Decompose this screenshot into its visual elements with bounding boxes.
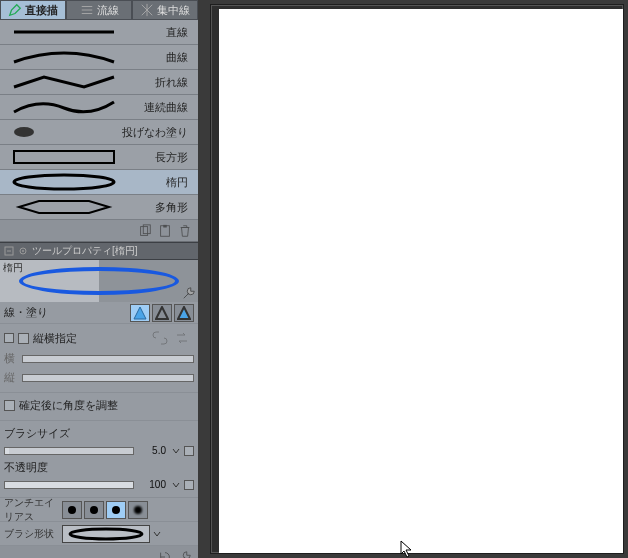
svg-rect-8 (14, 151, 114, 163)
tool-ellipse[interactable]: 楕円 (0, 170, 198, 195)
tab-label: 流線 (97, 3, 119, 18)
tab-focus-lines[interactable]: 集中線 (132, 0, 198, 20)
property-header-label: ツールプロパティ[楕円] (32, 244, 138, 258)
tool-polyline[interactable]: 折れ線 (0, 70, 198, 95)
brush-size-dynamics[interactable] (184, 446, 194, 456)
fill-mode-stroke[interactable] (152, 304, 172, 322)
svg-point-18 (22, 250, 24, 252)
brush-shape-label: ブラシ形状 (4, 527, 62, 541)
tool-lasso-fill[interactable]: 投げなわ塗り (0, 120, 198, 145)
wrench-icon[interactable] (182, 286, 196, 300)
svg-line-2 (142, 10, 147, 15)
brush-size-label: ブラシサイズ (4, 426, 70, 441)
trash-icon[interactable] (178, 224, 192, 238)
fill-mode-both[interactable] (174, 304, 194, 322)
subtool-actions (0, 220, 198, 242)
opacity-slider[interactable] (4, 481, 134, 489)
canvas-frame (210, 4, 624, 554)
reset-icon[interactable] (158, 550, 172, 559)
height-slider (22, 374, 194, 382)
svg-line-3 (147, 10, 152, 15)
width-slider (22, 355, 194, 363)
svg-point-20 (90, 506, 98, 514)
fill-mode-outline[interactable] (130, 304, 150, 322)
property-footer-actions (0, 546, 198, 558)
antialias-weak[interactable] (84, 501, 104, 519)
curve-icon (6, 48, 121, 66)
line-fill-label: 線・塗り (4, 305, 130, 320)
line-icon (6, 23, 121, 41)
brush-size-value[interactable]: 5.0 (138, 445, 168, 456)
antialias-strong[interactable] (128, 501, 148, 519)
gear-icon[interactable] (18, 246, 28, 256)
collapse-icon (4, 246, 14, 256)
chevron-down-icon[interactable] (172, 446, 180, 456)
tool-polygon[interactable]: 多角形 (0, 195, 198, 220)
svg-point-23 (70, 529, 142, 539)
tool-rectangle[interactable]: 長方形 (0, 145, 198, 170)
preview-ellipse-icon (19, 267, 179, 295)
opacity-value[interactable]: 100 (138, 479, 168, 490)
opacity-label: 不透明度 (4, 460, 48, 475)
tool-label: 折れ線 (121, 75, 194, 90)
polyline-icon (6, 73, 121, 91)
tab-label: 直接描 (25, 3, 58, 18)
tool-label: 曲線 (121, 50, 194, 65)
tool-label: 長方形 (121, 150, 194, 165)
chevron-down-icon[interactable] (152, 529, 162, 539)
brush-shape-preview[interactable] (62, 525, 150, 543)
svg-point-9 (14, 175, 114, 189)
tool-preview: 楕円 (0, 260, 198, 302)
rectangle-icon (6, 148, 121, 166)
wrench-icon[interactable] (178, 550, 192, 559)
brush-shape-row: ブラシ形状 (0, 522, 198, 546)
svg-point-22 (134, 506, 142, 514)
line-fill-row: 線・塗り (0, 302, 198, 324)
tab-direct-draw[interactable]: 直接描 (0, 0, 66, 20)
tool-label: 投げなわ塗り (121, 125, 194, 140)
height-label: 縦 (4, 370, 18, 385)
preview-title: 楕円 (3, 261, 23, 275)
tool-label: 連続曲線 (121, 100, 194, 115)
tool-label: 楕円 (121, 175, 194, 190)
continuous-curve-icon (6, 98, 121, 116)
tool-label: 直線 (121, 25, 194, 40)
cursor-icon (400, 540, 414, 558)
antialias-none[interactable] (62, 501, 82, 519)
fix-angle-checkbox[interactable] (4, 400, 15, 411)
svg-line-0 (142, 5, 147, 10)
copy-icon[interactable] (138, 224, 152, 238)
tool-continuous-curve[interactable]: 連続曲線 (0, 95, 198, 120)
chevron-down-icon[interactable] (172, 480, 180, 490)
polygon-icon (6, 198, 121, 216)
link-icon[interactable] (152, 331, 168, 345)
tab-stream-lines[interactable]: 流線 (66, 0, 132, 20)
expander[interactable] (4, 333, 14, 343)
swap-icon[interactable] (174, 331, 190, 345)
subtool-list: 直線 曲線 折れ線 連続曲線 投げなわ塗り 長方形 楕円 多角形 (0, 20, 198, 220)
aspect-lock-label: 縦横指定 (33, 331, 77, 346)
fix-angle-label: 確定後に角度を調整 (19, 398, 118, 413)
pencil-icon (8, 3, 22, 17)
antialias-medium[interactable] (106, 501, 126, 519)
ellipse-icon (6, 173, 121, 191)
stream-icon (80, 3, 94, 17)
svg-rect-14 (163, 224, 167, 227)
svg-point-7 (14, 127, 34, 137)
tab-label: 集中線 (157, 3, 190, 18)
brush-size-slider[interactable] (4, 447, 134, 455)
svg-marker-10 (19, 201, 109, 213)
burst-icon (140, 3, 154, 17)
canvas[interactable] (219, 9, 623, 553)
width-label: 横 (4, 351, 18, 366)
svg-point-19 (68, 506, 76, 514)
tool-category-tabs: 直接描 流線 集中線 (0, 0, 198, 20)
aspect-lock-checkbox[interactable] (18, 333, 29, 344)
tool-label: 多角形 (121, 200, 194, 215)
tool-property-header: ツールプロパティ[楕円] (0, 242, 198, 260)
tool-line[interactable]: 直線 (0, 20, 198, 45)
tool-curve[interactable]: 曲線 (0, 45, 198, 70)
opacity-dynamics[interactable] (184, 480, 194, 490)
svg-point-21 (112, 506, 120, 514)
clipboard-icon[interactable] (158, 224, 172, 238)
